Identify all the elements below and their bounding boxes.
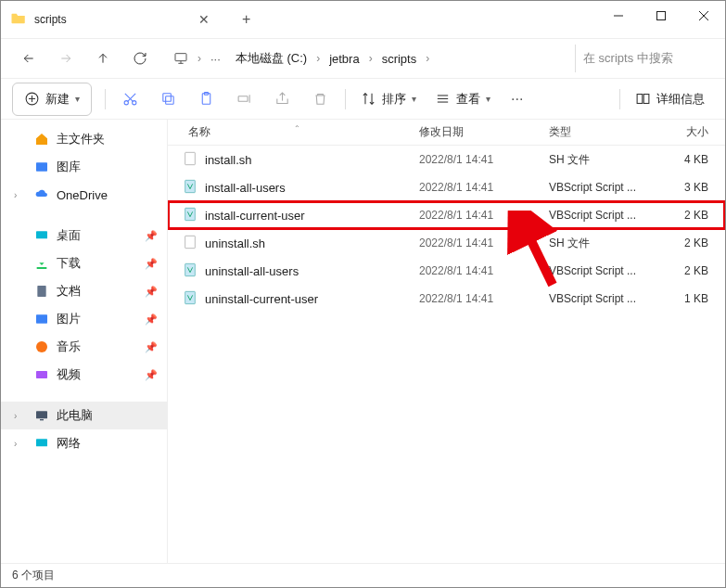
column-type[interactable]: 类型	[549, 124, 660, 140]
up-button[interactable]	[86, 42, 120, 75]
file-size: 2 KB	[660, 264, 725, 277]
sidebar-item-onedrive[interactable]: › OneDrive	[1, 181, 167, 209]
chevron-down-icon: ▾	[75, 94, 80, 104]
svg-rect-23	[637, 95, 643, 104]
chevron-right-icon[interactable]: ›	[316, 52, 320, 65]
copy-button[interactable]	[149, 83, 187, 116]
back-button[interactable]	[12, 42, 45, 75]
pin-icon: 📌	[145, 230, 158, 242]
sidebar-item-gallery[interactable]: 图库	[1, 153, 167, 181]
file-row[interactable]: uninstall.sh2022/8/1 14:41SH 文件2 KB	[168, 229, 725, 257]
svg-rect-4	[175, 54, 186, 61]
chevron-right-icon[interactable]: ›	[14, 411, 17, 421]
window-tab[interactable]: scripts ✕	[1, 3, 230, 36]
column-headers[interactable]: ⌃ 名称 修改日期 类型 大小	[168, 120, 725, 146]
svg-rect-27	[37, 267, 47, 269]
delete-button[interactable]	[301, 83, 339, 116]
chevron-down-icon: ▾	[486, 94, 490, 104]
file-row[interactable]: uninstall-current-user2022/8/1 14:41VBSc…	[168, 285, 725, 313]
sidebar-item-thispc[interactable]: › 此电脑	[1, 402, 167, 429]
sidebar-item-videos[interactable]: 视频 📌	[1, 361, 167, 389]
search-input[interactable]: 在 scripts 中搜索	[575, 45, 714, 72]
more-button[interactable]: ···	[500, 83, 534, 116]
breadcrumb-item[interactable]: jetbra	[324, 48, 365, 70]
svg-rect-1	[657, 12, 666, 20]
file-row[interactable]: install-current-user2022/8/1 14:41VBScri…	[168, 201, 725, 229]
pin-icon: 📌	[145, 258, 158, 270]
pc-icon[interactable]	[168, 47, 194, 70]
sidebar-item-music[interactable]: 音乐 📌	[1, 333, 167, 361]
svg-rect-29	[36, 314, 47, 323]
column-date[interactable]: 修改日期	[419, 124, 549, 140]
file-icon	[183, 179, 197, 197]
chevron-right-icon[interactable]: ›	[369, 52, 373, 65]
paste-button[interactable]	[187, 83, 225, 116]
sidebar-item-home[interactable]: 主文件夹	[1, 125, 167, 153]
svg-rect-15	[163, 94, 172, 102]
pin-icon: 📌	[145, 286, 158, 298]
address-bar: › ··· 本地磁盘 (C:) › jetbra › scripts › 在 s…	[1, 38, 725, 79]
breadcrumb-ellipsis[interactable]: ···	[205, 48, 226, 70]
file-date: 2022/8/1 14:41	[419, 153, 549, 166]
sidebar-item-pictures[interactable]: 图片 📌	[1, 305, 167, 333]
tab-close-button[interactable]: ✕	[193, 8, 215, 31]
file-icon	[183, 207, 197, 224]
sort-button[interactable]: 排序 ▾	[351, 83, 426, 116]
pin-icon: 📌	[145, 369, 158, 381]
view-button[interactable]: 查看 ▾	[426, 83, 500, 116]
file-type: SH 文件	[549, 236, 660, 251]
chevron-right-icon[interactable]: ›	[426, 52, 429, 65]
folder-icon	[10, 10, 27, 30]
file-row[interactable]: install-all-users2022/8/1 14:41VBScript …	[168, 173, 725, 201]
sidebar: 主文件夹 图库 › OneDrive 桌面 📌 下载 📌 文档 📌	[1, 120, 168, 563]
forward-button[interactable]	[49, 42, 83, 75]
details-button[interactable]: 详细信息	[626, 83, 714, 116]
sidebar-item-desktop[interactable]: 桌面 📌	[1, 222, 167, 249]
file-size: 1 KB	[660, 292, 725, 305]
titlebar: scripts ✕ +	[1, 1, 725, 38]
rename-button[interactable]	[225, 83, 263, 116]
close-button[interactable]	[682, 1, 725, 31]
svg-rect-26	[36, 231, 47, 238]
svg-rect-39	[185, 263, 196, 275]
file-list[interactable]: install.sh2022/8/1 14:41SH 文件4 KBinstall…	[168, 146, 725, 563]
svg-rect-24	[643, 95, 649, 104]
file-date: 2022/8/1 14:41	[419, 181, 549, 194]
file-name: uninstall-all-users	[205, 264, 299, 278]
chevron-right-icon[interactable]: ›	[14, 190, 17, 200]
file-date: 2022/8/1 14:41	[419, 264, 549, 277]
sidebar-item-documents[interactable]: 文档 📌	[1, 277, 167, 305]
chevron-down-icon: ▾	[412, 94, 416, 104]
tab-title: scripts	[34, 13, 67, 26]
cut-button[interactable]	[111, 83, 149, 116]
file-row[interactable]: uninstall-all-users2022/8/1 14:41VBScrip…	[168, 257, 725, 285]
chevron-right-icon[interactable]: ›	[197, 52, 201, 65]
share-button[interactable]	[263, 83, 301, 116]
file-type: VBScript Script ...	[549, 209, 660, 222]
file-size: 2 KB	[660, 236, 725, 249]
file-date: 2022/8/1 14:41	[419, 236, 549, 249]
file-size: 3 KB	[660, 181, 725, 194]
minimize-button[interactable]	[597, 1, 640, 31]
file-name: install-current-user	[205, 209, 305, 223]
chevron-right-icon[interactable]: ›	[14, 439, 17, 449]
svg-rect-36	[185, 180, 196, 192]
svg-rect-33	[40, 419, 44, 420]
refresh-button[interactable]	[123, 42, 157, 75]
column-size[interactable]: 大小	[660, 124, 725, 140]
breadcrumb-item[interactable]: scripts	[376, 48, 423, 70]
file-name: uninstall.sh	[205, 236, 265, 250]
sidebar-item-downloads[interactable]: 下载 📌	[1, 249, 167, 277]
main-area: 主文件夹 图库 › OneDrive 桌面 📌 下载 📌 文档 📌	[1, 120, 725, 563]
sidebar-item-network[interactable]: › 网络	[1, 429, 167, 457]
breadcrumb-item[interactable]: 本地磁盘 (C:)	[230, 46, 312, 70]
new-button[interactable]: 新建 ▾	[12, 83, 92, 116]
breadcrumb[interactable]: › ··· 本地磁盘 (C:) › jetbra › scripts ›	[160, 46, 571, 70]
file-icon	[183, 290, 197, 308]
file-row[interactable]: install.sh2022/8/1 14:41SH 文件4 KB	[168, 146, 725, 173]
maximize-button[interactable]	[640, 1, 682, 31]
file-type: VBScript Script ...	[549, 292, 660, 305]
svg-point-30	[36, 341, 47, 352]
pin-icon: 📌	[145, 313, 158, 326]
file-name: install-all-users	[205, 181, 286, 195]
